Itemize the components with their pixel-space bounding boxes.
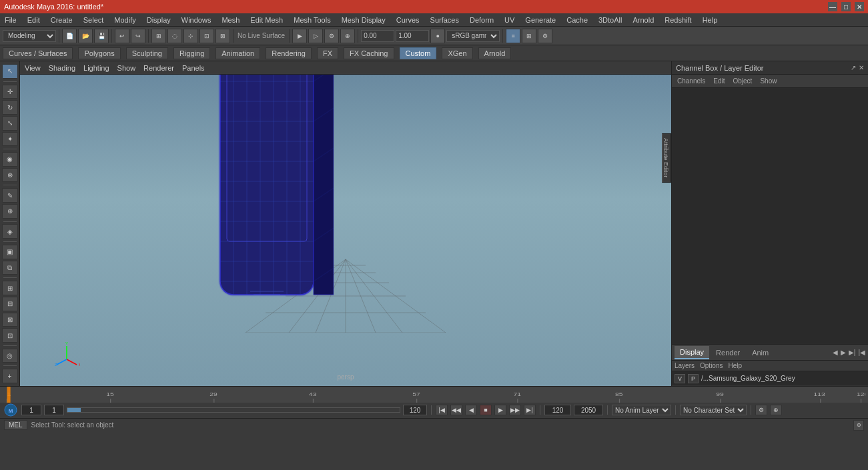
redo-btn[interactable]: ↪: [131, 29, 145, 43]
pb-extra-btn[interactable]: ⊕: [770, 405, 782, 415]
stop-btn[interactable]: ■: [480, 405, 492, 415]
color-input-1[interactable]: [396, 30, 429, 42]
play-forward-btn[interactable]: ▶: [494, 405, 506, 415]
menu-3dto[interactable]: 3DtoAll: [596, 16, 624, 24]
object-menu-item[interactable]: Object: [731, 76, 755, 86]
extra-btn-4[interactable]: ⊡: [2, 328, 18, 343]
channels-menu-item[interactable]: Channels: [675, 76, 708, 86]
display-layer-btn[interactable]: ▣: [2, 245, 18, 259]
step-forward-btn[interactable]: ▶▶: [509, 405, 521, 415]
menu-arnold[interactable]: Arnold: [630, 16, 656, 24]
tab-fx[interactable]: FX: [317, 47, 338, 59]
mode-dropdown[interactable]: Modeling: [3, 30, 56, 42]
tab-polygons[interactable]: Polygons: [78, 47, 120, 59]
tab-custom[interactable]: Custom: [400, 47, 437, 59]
display-tab[interactable]: Display: [675, 346, 709, 359]
attr-editor-btn[interactable]: ⊞: [522, 29, 536, 43]
lasso-tool-btn[interactable]: ⊗: [2, 168, 18, 183]
viewport-lighting-menu[interactable]: Lighting: [81, 64, 111, 72]
layer-visibility-btn[interactable]: V: [675, 374, 685, 383]
save-btn[interactable]: 💾: [94, 29, 109, 43]
menu-display[interactable]: Display: [145, 16, 173, 24]
universal-tool-btn[interactable]: ✦: [2, 132, 18, 147]
options-menu[interactable]: Options: [700, 362, 723, 369]
anim-layer-select[interactable]: No Anim Layer: [612, 405, 671, 415]
anim-tab[interactable]: Anim: [747, 346, 774, 359]
play-back-btn[interactable]: ◀: [465, 405, 477, 415]
tab-sculpting[interactable]: Sculpting: [126, 47, 168, 59]
paint-tool-btn[interactable]: ✎: [2, 188, 18, 203]
menu-deform[interactable]: Deform: [468, 16, 496, 24]
layer-add-btn[interactable]: ▶|: [849, 349, 856, 356]
soft-select-btn[interactable]: ◉: [2, 152, 18, 167]
menu-generate[interactable]: Generate: [523, 16, 558, 24]
tab-rigging[interactable]: Rigging: [173, 47, 210, 59]
start-frame-input[interactable]: [21, 405, 41, 415]
extra-btn-5[interactable]: ◎: [2, 349, 18, 363]
rotate-tool-btn[interactable]: ↻: [2, 100, 18, 115]
tab-arnold[interactable]: Arnold: [478, 47, 512, 59]
range-end-input[interactable]: [403, 405, 427, 415]
snap-grid-btn[interactable]: ⊞: [151, 29, 166, 43]
tab-curves-surfaces[interactable]: Curves / Surfaces: [3, 47, 73, 59]
current-frame-input[interactable]: [44, 405, 64, 415]
menu-help[interactable]: Help: [701, 16, 720, 24]
menu-edit-mesh[interactable]: Edit Mesh: [248, 16, 285, 24]
extra-btn-6[interactable]: +: [2, 369, 18, 383]
viewport-view-menu[interactable]: View: [23, 64, 43, 72]
menu-windows[interactable]: Windows: [179, 16, 213, 24]
tool-settings-btn[interactable]: ⚙: [538, 29, 552, 43]
char-set-select[interactable]: No Character Set: [680, 405, 747, 415]
open-btn[interactable]: 📂: [78, 29, 93, 43]
end-frame-input[interactable]: [544, 405, 571, 415]
menu-uv[interactable]: UV: [502, 16, 516, 24]
time-range-track[interactable]: [67, 407, 400, 413]
close-button[interactable]: ✕: [855, 2, 864, 11]
menu-select[interactable]: Select: [81, 16, 106, 24]
extra-btn-3[interactable]: ⊠: [2, 313, 18, 327]
step-back-btn[interactable]: ◀◀: [450, 405, 462, 415]
help-menu[interactable]: Help: [728, 362, 742, 369]
ipr-btn[interactable]: ⊕: [340, 29, 355, 43]
render-seq-btn[interactable]: ▷: [308, 29, 323, 43]
tab-animation[interactable]: Animation: [215, 47, 260, 59]
layer-end-btn[interactable]: |◀: [858, 349, 865, 356]
menu-curves[interactable]: Curves: [394, 16, 422, 24]
menu-redshift[interactable]: Redshift: [663, 16, 693, 24]
mel-tab[interactable]: MEL: [4, 420, 27, 430]
menu-edit[interactable]: Edit: [25, 16, 42, 24]
layer-prev-btn[interactable]: ◀: [833, 349, 838, 356]
maximize-button[interactable]: □: [841, 2, 851, 11]
render-layer-btn[interactable]: ⧉: [2, 261, 18, 275]
menu-mesh-tools[interactable]: Mesh Tools: [292, 16, 332, 24]
go-end-btn[interactable]: ▶|: [524, 405, 536, 415]
tab-rendering[interactable]: Rendering: [266, 47, 312, 59]
show-manipulator-btn[interactable]: ◈: [2, 224, 18, 239]
show-menu-item[interactable]: Show: [757, 76, 779, 86]
channel-box-btn[interactable]: ≡: [506, 29, 520, 43]
edit-menu-item[interactable]: Edit: [711, 76, 727, 86]
scale-tool-btn[interactable]: ⤡: [2, 116, 18, 131]
extra-btn-1[interactable]: ⊞: [2, 281, 18, 295]
snap-curve-btn[interactable]: ◌: [167, 29, 182, 43]
viewport-shading-menu[interactable]: Shading: [47, 64, 77, 72]
tab-xgen[interactable]: XGen: [442, 47, 472, 59]
layer-next-btn[interactable]: ▶: [841, 349, 846, 356]
menu-surfaces[interactable]: Surfaces: [428, 16, 461, 24]
go-start-btn[interactable]: |◀: [436, 405, 448, 415]
menu-cache[interactable]: Cache: [564, 16, 590, 24]
viewport-panels-menu[interactable]: Panels: [180, 64, 207, 72]
menu-file[interactable]: File: [3, 16, 19, 24]
render-btn[interactable]: ▶: [292, 29, 307, 43]
color-input-0[interactable]: [361, 30, 394, 42]
select-tool-btn[interactable]: ↖: [2, 64, 18, 79]
viewport[interactable]: Y X Z persp: [20, 75, 671, 386]
minimize-button[interactable]: —: [828, 2, 837, 11]
layer-playback-btn[interactable]: P: [688, 374, 699, 383]
new-scene-btn[interactable]: 📄: [62, 29, 77, 43]
right-panel-close-btn[interactable]: ✕: [859, 64, 864, 71]
extra-btn-2[interactable]: ⊟: [2, 297, 18, 311]
sculpt-tool-btn[interactable]: ⊕: [2, 204, 18, 219]
layers-menu[interactable]: Layers: [675, 362, 695, 369]
max-frame-input[interactable]: [574, 405, 603, 415]
